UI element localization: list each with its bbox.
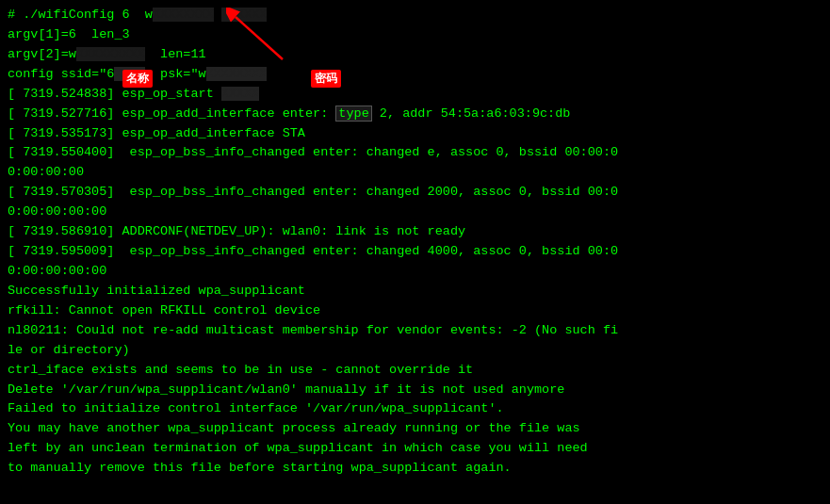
terminal-line-8: [ 7319.550400] esp_op_bss_info_changed e… (8, 143, 822, 163)
terminal-line-16: rfkill: Cannot open RFKILL control devic… (8, 301, 822, 321)
psk-label: 密码 (311, 70, 341, 88)
terminal-line-13: [ 7319.595009] esp_op_bss_info_changed e… (8, 242, 822, 262)
terminal-line-18: le or directory) (8, 341, 822, 361)
terminal-line-15: Successfully initialized wpa_supplicant (8, 282, 822, 301)
terminal-line-9: 0:00:00:00 (8, 163, 822, 183)
ssid-label: 名称 (122, 70, 153, 88)
terminal-line-23: left by an unclean termination of wpa_su… (8, 439, 822, 459)
terminal-line-14: 0:00:00:00:00 (8, 262, 822, 282)
type-keyword: type (335, 106, 371, 122)
terminal-line-2: argv[1]=6 len_3 (8, 25, 822, 45)
terminal-line-20: Delete '/var/run/wpa_supplicant/wlan0' m… (8, 381, 822, 400)
terminal-line-10: [ 7319.570305] esp_op_bss_info_changed e… (8, 183, 822, 203)
terminal-line-21: Failed to initialize control interface '… (8, 399, 822, 419)
terminal-line-7: [ 7319.535173] esp_op_add_interface STA (8, 124, 822, 144)
terminal-line-12: [ 7319.586910] ADDRCONF(NETDEV_UP): wlan… (8, 222, 822, 242)
terminal-line-22: You may have another wpa_supplicant proc… (8, 419, 822, 439)
terminal-line-11: 0:00:00:00:00 (8, 203, 822, 222)
terminal-line-19: ctrl_iface exists and seems to be in use… (8, 361, 822, 381)
terminal-line-24: to manually remove this file before star… (8, 459, 822, 479)
terminal-line-6: [ 7319.527716] esp_op_add_interface ente… (8, 105, 822, 124)
terminal-line-3: argv[2]=wXXXXXXXXX len=11 (8, 45, 822, 65)
terminal-line-17: nl80211: Could not re-add multicast memb… (8, 321, 822, 341)
terminal: # ./wifiConfig 6 wXXXXXXXX XXXXXX argv[1… (0, 0, 830, 504)
terminal-line-1: # ./wifiConfig 6 wXXXXXXXX XXXXXX (8, 6, 822, 25)
